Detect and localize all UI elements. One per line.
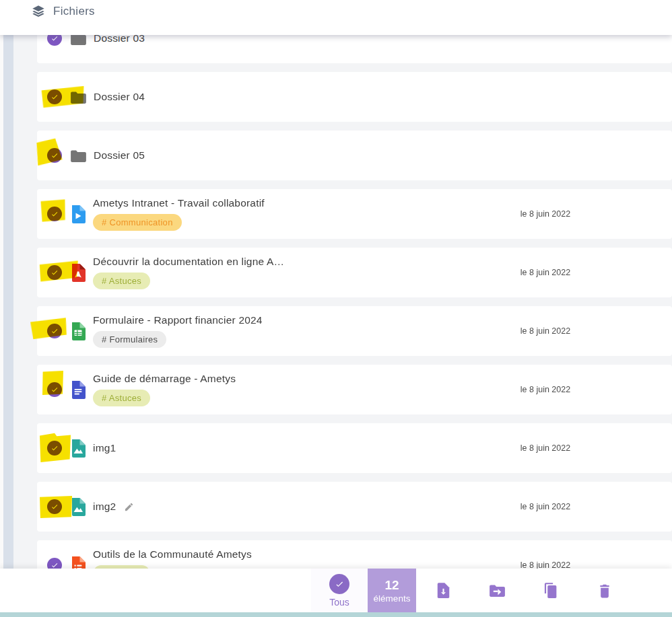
file-date: le 8 juin 2022 [505,385,586,394]
selection-count-badge: 12 éléments [368,569,416,612]
download-button[interactable] [416,569,470,612]
video-file-icon [71,205,86,223]
file-info: img2 [93,501,134,513]
highlight-annotation [40,431,71,462]
edit-icon[interactable] [124,502,134,512]
file-row[interactable]: Guide de démarrage - Ametys # Astuces le… [37,365,672,414]
check-circle-icon [329,574,349,594]
row-checkbox[interactable] [47,324,62,338]
file-date: le 8 juin 2022 [505,268,586,277]
file-info: Dossier 04 [94,91,145,103]
bottom-bar [0,612,672,617]
file-name: Guide de démarrage - Ametys [93,373,236,385]
page-title: Fichiers [53,5,95,18]
select-all-label: Tous [329,597,349,608]
file-date: le 8 juin 2022 [505,443,586,453]
file-row[interactable]: img2 le 8 juin 2022 [37,482,672,532]
spreadsheet-file-icon [71,322,86,340]
file-date: le 8 juin 2022 [505,326,586,336]
row-checkbox[interactable] [47,382,62,397]
file-info: img1 [93,442,116,454]
delete-button[interactable] [578,569,632,612]
layers-icon [31,4,46,19]
selection-count-unit: éléments [374,593,411,604]
file-date: le 8 juin 2022 [505,502,586,511]
highlight-annotation [30,318,67,340]
file-info: Dossier 05 [94,149,145,161]
copy-icon [544,583,558,598]
trash-icon [598,583,611,598]
highlight-annotation [40,199,65,221]
copy-button[interactable] [524,569,578,612]
row-checkbox[interactable] [47,89,62,104]
file-info: Ametys Intranet - Travail collaboratif #… [93,197,265,231]
left-panel-edge[interactable] [3,35,13,569]
row-checkbox[interactable] [47,441,62,456]
file-name: img2 [93,501,116,513]
selection-toolbar: Tous 12 éléments [0,569,672,612]
file-tag[interactable]: # Formulaires [93,331,166,348]
file-tag[interactable]: # Astuces [93,390,150,406]
toolbar-spacer [0,569,311,612]
file-list: Dossier 03 Dossier 04 Do [37,13,672,599]
file-tag[interactable]: # Communication [93,214,182,231]
file-download-icon [436,583,450,598]
file-date: le 8 juin 2022 [505,209,586,219]
toolbar-actions [416,569,632,612]
highlight-annotation [41,86,84,108]
file-row[interactable]: Formulaire - Rapport financier 2024 # Fo… [37,306,672,356]
row-checkbox[interactable] [47,207,62,221]
image-file-icon [71,498,86,516]
file-name: img1 [93,442,116,454]
file-name: Dossier 04 [94,91,145,103]
page-header: Fichiers [0,0,672,35]
highlight-annotation [42,371,63,395]
file-row[interactable]: Ametys Intranet - Travail collaboratif #… [37,189,672,239]
file-name: Découvrir la documentation en ligne A… [93,256,284,268]
row-checkbox[interactable] [47,148,62,163]
file-row[interactable]: Dossier 05 [37,131,672,180]
file-name: Dossier 05 [94,149,145,161]
file-info: Découvrir la documentation en ligne A… #… [93,256,284,289]
folder-icon [71,149,86,162]
folder-move-icon [490,584,505,597]
file-info: Formulaire - Rapport financier 2024 # Fo… [93,314,263,348]
document-file-icon [71,381,86,399]
file-name: Outils de la Communauté Ametys [93,548,252,560]
file-name: Ametys Intranet - Travail collaboratif [93,197,265,209]
highlight-annotation [40,496,72,518]
file-info: Guide de démarrage - Ametys # Astuces [93,373,236,406]
file-row[interactable]: img1 le 8 juin 2022 [37,423,672,473]
selection-count-value: 12 [384,578,399,593]
file-row[interactable]: Dossier 04 [37,72,672,122]
move-button[interactable] [470,569,524,612]
file-name: Formulaire - Rapport financier 2024 [93,314,263,326]
image-file-icon [71,439,86,458]
file-tag[interactable]: # Astuces [93,273,150,289]
file-row[interactable]: Découvrir la documentation en ligne A… #… [37,248,672,297]
row-checkbox[interactable] [47,265,62,280]
row-checkbox[interactable] [47,499,62,514]
select-all-button[interactable]: Tous [311,569,368,612]
